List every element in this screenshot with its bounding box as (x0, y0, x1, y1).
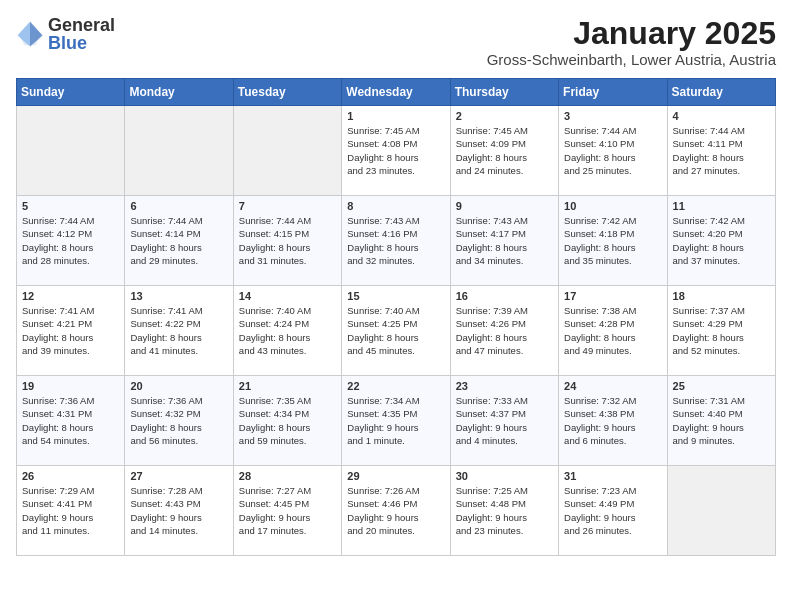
day-number: 13 (130, 290, 227, 302)
calendar-cell: 22Sunrise: 7:34 AM Sunset: 4:35 PM Dayli… (342, 376, 450, 466)
day-info: Sunrise: 7:34 AM Sunset: 4:35 PM Dayligh… (347, 394, 444, 447)
week-row-3: 12Sunrise: 7:41 AM Sunset: 4:21 PM Dayli… (17, 286, 776, 376)
logo-general: General (48, 16, 115, 34)
day-info: Sunrise: 7:23 AM Sunset: 4:49 PM Dayligh… (564, 484, 661, 537)
calendar-cell: 31Sunrise: 7:23 AM Sunset: 4:49 PM Dayli… (559, 466, 667, 556)
calendar-cell (667, 466, 775, 556)
day-number: 21 (239, 380, 336, 392)
day-info: Sunrise: 7:27 AM Sunset: 4:45 PM Dayligh… (239, 484, 336, 537)
day-number: 11 (673, 200, 770, 212)
day-number: 24 (564, 380, 661, 392)
day-number: 3 (564, 110, 661, 122)
day-number: 29 (347, 470, 444, 482)
day-number: 27 (130, 470, 227, 482)
calendar-cell: 11Sunrise: 7:42 AM Sunset: 4:20 PM Dayli… (667, 196, 775, 286)
day-info: Sunrise: 7:41 AM Sunset: 4:22 PM Dayligh… (130, 304, 227, 357)
calendar-cell: 2Sunrise: 7:45 AM Sunset: 4:09 PM Daylig… (450, 106, 558, 196)
day-info: Sunrise: 7:38 AM Sunset: 4:28 PM Dayligh… (564, 304, 661, 357)
day-info: Sunrise: 7:43 AM Sunset: 4:17 PM Dayligh… (456, 214, 553, 267)
calendar-table: SundayMondayTuesdayWednesdayThursdayFrid… (16, 78, 776, 556)
calendar-cell: 3Sunrise: 7:44 AM Sunset: 4:10 PM Daylig… (559, 106, 667, 196)
calendar-cell: 16Sunrise: 7:39 AM Sunset: 4:26 PM Dayli… (450, 286, 558, 376)
weekday-header-row: SundayMondayTuesdayWednesdayThursdayFrid… (17, 79, 776, 106)
weekday-header-friday: Friday (559, 79, 667, 106)
day-number: 14 (239, 290, 336, 302)
week-row-2: 5Sunrise: 7:44 AM Sunset: 4:12 PM Daylig… (17, 196, 776, 286)
day-number: 4 (673, 110, 770, 122)
day-info: Sunrise: 7:44 AM Sunset: 4:15 PM Dayligh… (239, 214, 336, 267)
calendar-cell (233, 106, 341, 196)
calendar-cell: 30Sunrise: 7:25 AM Sunset: 4:48 PM Dayli… (450, 466, 558, 556)
calendar-cell: 8Sunrise: 7:43 AM Sunset: 4:16 PM Daylig… (342, 196, 450, 286)
calendar-cell: 28Sunrise: 7:27 AM Sunset: 4:45 PM Dayli… (233, 466, 341, 556)
day-info: Sunrise: 7:45 AM Sunset: 4:09 PM Dayligh… (456, 124, 553, 177)
day-info: Sunrise: 7:42 AM Sunset: 4:18 PM Dayligh… (564, 214, 661, 267)
day-number: 22 (347, 380, 444, 392)
day-number: 1 (347, 110, 444, 122)
day-info: Sunrise: 7:43 AM Sunset: 4:16 PM Dayligh… (347, 214, 444, 267)
day-info: Sunrise: 7:26 AM Sunset: 4:46 PM Dayligh… (347, 484, 444, 537)
calendar-cell: 9Sunrise: 7:43 AM Sunset: 4:17 PM Daylig… (450, 196, 558, 286)
weekday-header-thursday: Thursday (450, 79, 558, 106)
day-number: 2 (456, 110, 553, 122)
weekday-header-wednesday: Wednesday (342, 79, 450, 106)
calendar-cell (125, 106, 233, 196)
calendar-cell: 10Sunrise: 7:42 AM Sunset: 4:18 PM Dayli… (559, 196, 667, 286)
day-info: Sunrise: 7:37 AM Sunset: 4:29 PM Dayligh… (673, 304, 770, 357)
week-row-4: 19Sunrise: 7:36 AM Sunset: 4:31 PM Dayli… (17, 376, 776, 466)
calendar-cell: 19Sunrise: 7:36 AM Sunset: 4:31 PM Dayli… (17, 376, 125, 466)
day-number: 12 (22, 290, 119, 302)
calendar-cell: 7Sunrise: 7:44 AM Sunset: 4:15 PM Daylig… (233, 196, 341, 286)
day-number: 19 (22, 380, 119, 392)
day-info: Sunrise: 7:32 AM Sunset: 4:38 PM Dayligh… (564, 394, 661, 447)
day-number: 10 (564, 200, 661, 212)
day-number: 9 (456, 200, 553, 212)
calendar-cell: 4Sunrise: 7:44 AM Sunset: 4:11 PM Daylig… (667, 106, 775, 196)
day-info: Sunrise: 7:44 AM Sunset: 4:10 PM Dayligh… (564, 124, 661, 177)
day-info: Sunrise: 7:29 AM Sunset: 4:41 PM Dayligh… (22, 484, 119, 537)
day-number: 23 (456, 380, 553, 392)
calendar-title: January 2025 (487, 16, 776, 51)
title-area: January 2025 Gross-Schweinbarth, Lower A… (487, 16, 776, 68)
day-info: Sunrise: 7:25 AM Sunset: 4:48 PM Dayligh… (456, 484, 553, 537)
day-number: 15 (347, 290, 444, 302)
day-info: Sunrise: 7:39 AM Sunset: 4:26 PM Dayligh… (456, 304, 553, 357)
calendar-cell: 24Sunrise: 7:32 AM Sunset: 4:38 PM Dayli… (559, 376, 667, 466)
day-info: Sunrise: 7:36 AM Sunset: 4:32 PM Dayligh… (130, 394, 227, 447)
weekday-header-tuesday: Tuesday (233, 79, 341, 106)
day-number: 6 (130, 200, 227, 212)
calendar-cell: 29Sunrise: 7:26 AM Sunset: 4:46 PM Dayli… (342, 466, 450, 556)
calendar-cell: 5Sunrise: 7:44 AM Sunset: 4:12 PM Daylig… (17, 196, 125, 286)
day-info: Sunrise: 7:44 AM Sunset: 4:12 PM Dayligh… (22, 214, 119, 267)
calendar-cell (17, 106, 125, 196)
weekday-header-monday: Monday (125, 79, 233, 106)
day-info: Sunrise: 7:36 AM Sunset: 4:31 PM Dayligh… (22, 394, 119, 447)
calendar-cell: 1Sunrise: 7:45 AM Sunset: 4:08 PM Daylig… (342, 106, 450, 196)
calendar-cell: 15Sunrise: 7:40 AM Sunset: 4:25 PM Dayli… (342, 286, 450, 376)
logo-blue: Blue (48, 34, 115, 52)
day-number: 25 (673, 380, 770, 392)
calendar-cell: 26Sunrise: 7:29 AM Sunset: 4:41 PM Dayli… (17, 466, 125, 556)
week-row-1: 1Sunrise: 7:45 AM Sunset: 4:08 PM Daylig… (17, 106, 776, 196)
calendar-cell: 14Sunrise: 7:40 AM Sunset: 4:24 PM Dayli… (233, 286, 341, 376)
calendar-cell: 17Sunrise: 7:38 AM Sunset: 4:28 PM Dayli… (559, 286, 667, 376)
day-number: 17 (564, 290, 661, 302)
calendar-cell: 12Sunrise: 7:41 AM Sunset: 4:21 PM Dayli… (17, 286, 125, 376)
day-info: Sunrise: 7:44 AM Sunset: 4:14 PM Dayligh… (130, 214, 227, 267)
calendar-cell: 27Sunrise: 7:28 AM Sunset: 4:43 PM Dayli… (125, 466, 233, 556)
calendar-cell: 23Sunrise: 7:33 AM Sunset: 4:37 PM Dayli… (450, 376, 558, 466)
day-info: Sunrise: 7:40 AM Sunset: 4:25 PM Dayligh… (347, 304, 444, 357)
calendar-cell: 18Sunrise: 7:37 AM Sunset: 4:29 PM Dayli… (667, 286, 775, 376)
calendar-subtitle: Gross-Schweinbarth, Lower Austria, Austr… (487, 51, 776, 68)
day-number: 16 (456, 290, 553, 302)
day-number: 20 (130, 380, 227, 392)
day-info: Sunrise: 7:44 AM Sunset: 4:11 PM Dayligh… (673, 124, 770, 177)
calendar-cell: 21Sunrise: 7:35 AM Sunset: 4:34 PM Dayli… (233, 376, 341, 466)
day-info: Sunrise: 7:33 AM Sunset: 4:37 PM Dayligh… (456, 394, 553, 447)
day-number: 30 (456, 470, 553, 482)
day-number: 31 (564, 470, 661, 482)
day-number: 26 (22, 470, 119, 482)
day-info: Sunrise: 7:31 AM Sunset: 4:40 PM Dayligh… (673, 394, 770, 447)
calendar-cell: 20Sunrise: 7:36 AM Sunset: 4:32 PM Dayli… (125, 376, 233, 466)
day-info: Sunrise: 7:35 AM Sunset: 4:34 PM Dayligh… (239, 394, 336, 447)
